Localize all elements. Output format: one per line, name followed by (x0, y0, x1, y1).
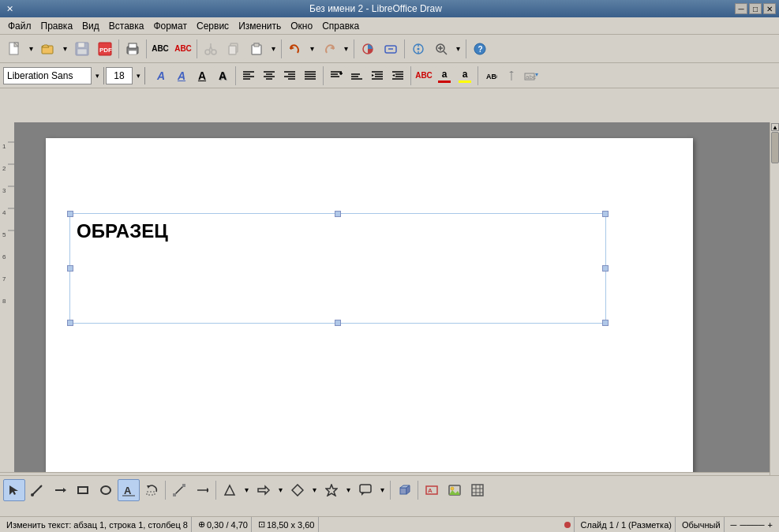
minimize-btn[interactable]: ─ (735, 3, 747, 14)
chart-btn[interactable] (357, 38, 379, 60)
maximize-btn[interactable]: □ (749, 3, 762, 14)
callouts-dropdown[interactable]: ▾ (376, 479, 388, 501)
undo-btn[interactable] (284, 38, 306, 60)
block-arrows-btn[interactable] (253, 479, 275, 501)
export-pdf-btn[interactable]: PDF (94, 38, 116, 60)
svg-rect-5 (78, 43, 84, 47)
font-color-btn[interactable]: a (435, 66, 454, 85)
spellcheck-btn[interactable]: ABC (149, 38, 171, 60)
handle-bl[interactable] (67, 320, 73, 326)
line-tool-btn[interactable] (26, 479, 48, 501)
zoom-minus[interactable]: ─ (731, 520, 737, 530)
basic-shapes-dropdown[interactable]: ▾ (241, 479, 252, 501)
font-name-input[interactable] (4, 68, 91, 84)
zoom-slider[interactable]: ──── (740, 520, 764, 530)
font-name-dropdown[interactable]: ▾ (91, 67, 103, 84)
superscript-btn[interactable] (327, 66, 346, 85)
handle-mr[interactable] (602, 265, 609, 272)
paste-btn[interactable] (245, 38, 268, 60)
autocorrect-btn[interactable]: ABC (172, 38, 194, 60)
zoom-dropdown[interactable]: ▾ (452, 38, 463, 60)
status-zoom-controls[interactable]: ─ ──── + (728, 517, 776, 532)
insert-table-btn[interactable] (466, 479, 489, 501)
open-btn[interactable] (37, 38, 59, 60)
menu-format[interactable]: Формат (148, 19, 192, 33)
stars-btn[interactable] (320, 479, 343, 501)
handle-tm[interactable] (335, 211, 341, 217)
open-dropdown[interactable]: ▾ (59, 38, 70, 60)
align-right-btn[interactable] (280, 66, 299, 85)
new-dropdown[interactable]: ▾ (25, 38, 36, 60)
winclose-btn[interactable]: ✕ (763, 3, 776, 14)
menu-tools[interactable]: Сервис (192, 19, 234, 33)
align-left-btn[interactable] (239, 66, 258, 85)
text-box-content[interactable]: ОБРАЗЕЦ (77, 220, 599, 242)
rotate-btn[interactable] (140, 479, 163, 501)
stars-dropdown[interactable]: ▾ (343, 479, 354, 501)
zoom-plus[interactable]: + (768, 520, 773, 530)
shadow-btn[interactable]: A (213, 66, 232, 85)
print-btn[interactable] (122, 38, 144, 60)
bold-btn[interactable]: A (152, 66, 170, 85)
zoom-btn[interactable] (430, 38, 452, 60)
ellipse-tool-btn[interactable] (95, 479, 117, 501)
scroll-up-btn[interactable]: ▲ (771, 123, 779, 131)
redo-dropdown[interactable]: ▾ (340, 38, 351, 60)
handle-bm[interactable] (335, 320, 341, 326)
handle-br[interactable] (602, 320, 609, 326)
text-tool-btn[interactable]: A (118, 479, 140, 501)
menu-view[interactable]: Вид (77, 19, 104, 33)
title-close-btn[interactable]: ✕ (3, 4, 17, 14)
flowchart-btn[interactable] (287, 479, 309, 501)
rect-tool-btn[interactable] (72, 479, 94, 501)
font-size-input[interactable] (107, 68, 132, 84)
text-direction-btn[interactable] (502, 66, 521, 85)
save-btn[interactable] (71, 38, 93, 60)
flowchart-dropdown[interactable]: ▾ (309, 479, 320, 501)
vertical-scrollbar[interactable]: ▲ ▼ (770, 122, 779, 488)
canvas-area[interactable]: ОБРАЗЕЦ (14, 122, 779, 488)
underline-btn[interactable]: A (193, 66, 212, 85)
navigator-btn[interactable] (407, 38, 429, 60)
char-spacing-btn[interactable]: ABC (481, 66, 500, 85)
right-angle-arrow-btn[interactable] (191, 479, 213, 501)
menu-insert[interactable]: Вставка (104, 19, 149, 33)
extrusion-btn[interactable] (393, 479, 415, 501)
copy-btn[interactable] (223, 38, 245, 60)
menu-help[interactable]: Справка (317, 19, 364, 33)
outdent-btn[interactable] (388, 66, 407, 85)
undo-dropdown[interactable]: ▾ (306, 38, 317, 60)
scroll-thumb-v[interactable] (771, 132, 779, 163)
select-tool-btn[interactable] (3, 479, 25, 501)
new-btn[interactable] (3, 38, 25, 60)
arrow-line-btn[interactable] (49, 479, 71, 501)
redo-btn[interactable] (318, 38, 340, 60)
align-center-btn[interactable] (260, 66, 279, 85)
menu-edit[interactable]: Правка (36, 19, 78, 33)
cut-btn[interactable] (200, 38, 222, 60)
font-size-dropdown[interactable]: ▾ (132, 67, 144, 84)
hyperlink-btn[interactable] (380, 38, 402, 60)
italic-btn[interactable]: A (172, 66, 191, 85)
menu-window[interactable]: Окно (286, 19, 317, 33)
indent-btn[interactable] (368, 66, 387, 85)
handle-tl[interactable] (67, 211, 73, 217)
handle-ml[interactable] (67, 265, 73, 272)
text-box[interactable]: ОБРАЗЕЦ (69, 213, 606, 324)
extra-text-btn[interactable]: abc▾ (522, 66, 541, 85)
help-btn[interactable]: ? (469, 38, 491, 60)
textbox-special-btn[interactable]: A (421, 479, 443, 501)
insert-image-btn[interactable] (444, 479, 466, 501)
connector-btn[interactable] (168, 479, 190, 501)
basic-shapes-btn[interactable] (219, 479, 241, 501)
subscript-btn[interactable] (347, 66, 366, 85)
abc-red-btn[interactable]: ABC (414, 66, 433, 85)
handle-tr[interactable] (602, 211, 609, 217)
align-justify-btn[interactable] (301, 66, 320, 85)
callouts-btn[interactable] (354, 479, 376, 501)
highlight-color-btn[interactable]: a (455, 66, 474, 85)
menu-file[interactable]: Файл (3, 19, 36, 33)
block-arrows-dropdown[interactable]: ▾ (275, 479, 286, 501)
paste-dropdown[interactable]: ▾ (268, 38, 279, 60)
menu-modify[interactable]: Изменить (234, 19, 286, 33)
